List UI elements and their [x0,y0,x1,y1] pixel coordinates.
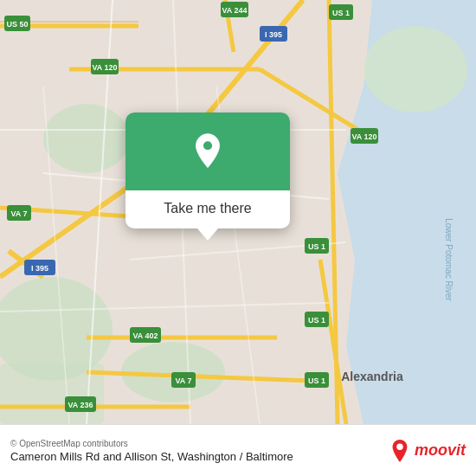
svg-point-5 [363,26,467,113]
map-container: US 50 VA 120 VA 244 US 1 I 395 VA 120 VA… [0,0,476,424]
bottom-content: © OpenStreetMap contributors Cameron Mil… [10,439,381,463]
svg-text:VA 120: VA 120 [92,63,117,72]
location-sub: Baltimore [246,450,293,463]
popup-card: Take me there [125,113,290,228]
svg-text:Alexandria: Alexandria [341,370,403,383]
svg-text:VA 236: VA 236 [68,401,93,409]
svg-text:Lower Potomac River: Lower Potomac River [444,218,453,301]
svg-text:VA 244: VA 244 [222,6,247,15]
svg-text:US 1: US 1 [332,9,350,17]
svg-text:I 395: I 395 [265,30,282,39]
svg-text:US 1: US 1 [308,376,325,385]
copyright-text: © OpenStreetMap contributors [10,439,381,448]
popup-green-area [125,113,290,190]
svg-text:VA 120: VA 120 [351,132,376,141]
svg-text:I 395: I 395 [31,264,48,273]
svg-point-62 [396,443,402,449]
svg-text:US 50: US 50 [6,20,28,29]
take-me-there-button[interactable]: Take me there [159,199,255,218]
svg-text:US 1: US 1 [308,242,325,251]
location-pin-icon [189,132,227,170]
svg-point-61 [203,141,212,150]
moovit-logo: moovit [389,439,466,463]
svg-text:US 1: US 1 [308,316,325,325]
location-info: Cameron Mills Rd and Allison St, Washing… [10,450,381,463]
svg-point-3 [43,104,130,173]
popup-button-area: Take me there [125,190,290,228]
bottom-bar: © OpenStreetMap contributors Cameron Mil… [0,424,476,476]
svg-text:VA 402: VA 402 [132,331,158,340]
popup-tail [197,228,218,241]
svg-text:VA 7: VA 7 [175,376,191,385]
moovit-pin-icon [389,439,410,463]
moovit-text: moovit [415,441,466,460]
location-name: Cameron Mills Rd and Allison St, Washing… [10,450,242,463]
svg-text:VA 7: VA 7 [10,209,27,218]
